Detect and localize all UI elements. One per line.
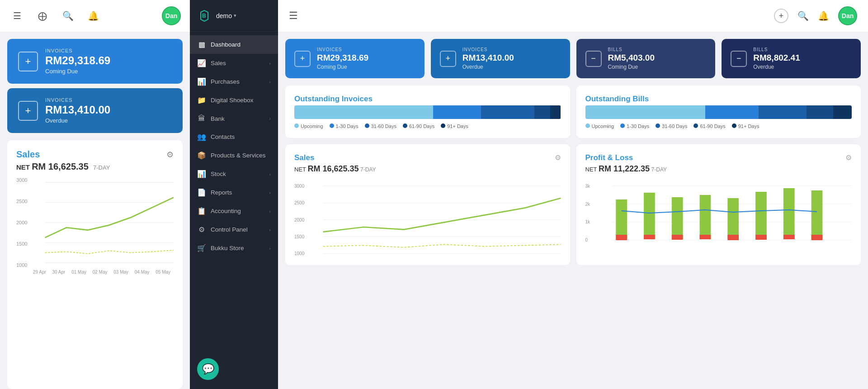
- sales-main-chart-area: 30002500200015001000: [294, 184, 561, 256]
- bar-segment-91-plus: [550, 105, 561, 119]
- sidebar-item-control-panel[interactable]: ⚙ Control Panel ›: [190, 220, 278, 239]
- main-topbar: ☰ + 🔍 🔔 Dan: [278, 0, 868, 32]
- profit-loss-chart-area: 3k2k1k0: [585, 184, 852, 242]
- card-amount: RM29,318.69: [45, 54, 110, 67]
- summary-card-invoices-coming-due[interactable]: + INVOICES RM29,318.69 Coming Due: [285, 39, 425, 78]
- sidebar-item-label: Products & Services: [211, 152, 271, 159]
- x-axis-labels: 29 Apr 30 Apr 01 May 02 May 03 May 04 Ma…: [16, 270, 174, 275]
- chevron-right-icon: ›: [269, 209, 271, 214]
- bar-segment-61-90: [807, 105, 833, 119]
- sidebar-item-purchases[interactable]: 📊 Purchases ›: [190, 72, 278, 91]
- sidebar-item-accounting[interactable]: 📋 Accounting ›: [190, 202, 278, 220]
- bar-segment-91-plus: [833, 105, 852, 119]
- minus-icon: −: [731, 51, 747, 67]
- sales-icon: 📈: [197, 59, 206, 67]
- card-sub: Overdue: [45, 117, 110, 124]
- avatar[interactable]: Dan: [162, 6, 181, 25]
- plus-icon: +: [18, 52, 38, 71]
- bar-segment-upcoming: [294, 105, 433, 119]
- chevron-right-icon: ›: [269, 61, 271, 66]
- sc-sub: Overdue: [462, 64, 514, 70]
- sidebar-item-reports[interactable]: 📄 Reports ›: [190, 183, 278, 202]
- left-sales-chart-area: 3000 2500 2000 1500 1000: [16, 177, 174, 268]
- net-period: 7-DAY: [651, 166, 667, 173]
- sidebar: B demo ▾ ▩ Dashboard 📈 Sales › 📊 Purchas…: [190, 0, 278, 389]
- chat-button[interactable]: 💬: [197, 358, 219, 380]
- outstanding-invoices-title: Outstanding Invoices: [294, 95, 561, 104]
- add-icon[interactable]: ⨁: [34, 8, 51, 24]
- sidebar-item-label: Digital Shoebox: [211, 97, 271, 104]
- chevron-right-icon: ›: [269, 246, 271, 251]
- settings-icon[interactable]: ⚙: [845, 153, 852, 162]
- left-topbar: ☰ ⨁ 🔍 🔔 Dan: [0, 0, 190, 32]
- summary-card-bills-coming-due[interactable]: − BILLS RM5,403.00 Coming Due: [576, 39, 716, 78]
- bar-segment-61-90: [534, 105, 550, 119]
- net-amount: RM 16,625.35: [32, 161, 89, 171]
- sidebar-item-sales[interactable]: 📈 Sales ›: [190, 54, 278, 72]
- card-amount: RM13,410.00: [45, 104, 110, 116]
- outstanding-bills-card: Outstanding Bills Upcoming 1-30 Days 31-…: [576, 85, 861, 138]
- purchases-icon: 📊: [197, 77, 206, 86]
- outstanding-bills-title: Outstanding Bills: [585, 95, 852, 104]
- svg-rect-24: [616, 235, 627, 240]
- invoice-card-coming-due[interactable]: + INVOICES RM29,318.69 Coming Due: [7, 39, 183, 84]
- invoice-card-overdue[interactable]: + INVOICES RM13,410.00 Overdue: [7, 88, 183, 133]
- bills-legend: Upcoming 1-30 Days 31-60 Days 61-90 Days…: [585, 123, 852, 129]
- svg-rect-31: [811, 235, 822, 240]
- minus-icon: −: [585, 51, 602, 67]
- sidebar-item-bukku-store[interactable]: 🛒 Bukku Store ›: [190, 239, 278, 257]
- summary-card-invoices-overdue[interactable]: + INVOICES RM13,410.00 Overdue: [431, 39, 570, 78]
- demo-dropdown[interactable]: demo ▾: [216, 12, 236, 19]
- net-amount: RM 11,222.35: [599, 164, 650, 173]
- bell-icon[interactable]: 🔔: [85, 8, 101, 24]
- sidebar-item-stock[interactable]: 📊 Stock ›: [190, 165, 278, 183]
- plus-icon: +: [18, 101, 38, 121]
- chevron-right-icon: ›: [269, 227, 271, 232]
- sidebar-item-label: Reports: [211, 189, 264, 196]
- sales-chart-title: Sales: [294, 153, 376, 162]
- reports-icon: 📄: [197, 188, 206, 197]
- avatar[interactable]: Dan: [838, 6, 857, 25]
- bar-segment-1-30: [705, 105, 759, 119]
- sidebar-item-dashboard[interactable]: ▩ Dashboard: [190, 35, 278, 54]
- search-icon[interactable]: 🔍: [60, 8, 76, 24]
- left-panel: ☰ ⨁ 🔍 🔔 Dan + INVOICES RM29,318.69 Comin…: [0, 0, 190, 389]
- settings-icon[interactable]: ⚙: [166, 150, 174, 160]
- net-label: NET: [294, 166, 306, 173]
- bell-icon[interactable]: 🔔: [818, 10, 829, 21]
- profit-loss-net: NET RM 11,222.35 7-DAY: [585, 164, 667, 174]
- hamburger-icon[interactable]: ☰: [289, 10, 298, 22]
- sidebar-item-label: Stock: [211, 171, 264, 177]
- settings-icon[interactable]: ⚙: [555, 153, 561, 162]
- svg-rect-27: [699, 235, 711, 239]
- sc-amount: RM8,802.41: [753, 53, 800, 63]
- sidebar-item-products-services[interactable]: 📦 Products & Services: [190, 146, 278, 165]
- stock-icon: 📊: [197, 170, 206, 178]
- outstanding-invoices-card: Outstanding Invoices Upcoming 1-30 Days …: [285, 85, 570, 138]
- summary-card-bills-overdue[interactable]: − BILLS RM8,802.41 Overdue: [722, 39, 861, 78]
- profit-loss-title: Profit & Loss: [585, 153, 667, 162]
- sales-chart-net: NET RM 16,625.35 7-DAY: [16, 161, 174, 172]
- sidebar-item-bank[interactable]: 🏛 Bank ›: [190, 109, 278, 128]
- sales-chart-net: NET RM 16,625.35 7-DAY: [294, 164, 376, 174]
- shoebox-icon: 📁: [197, 96, 206, 104]
- plus-icon: +: [294, 51, 311, 67]
- net-label: NET: [16, 163, 30, 171]
- svg-rect-17: [644, 193, 655, 239]
- bar-segment-31-60: [481, 105, 534, 119]
- sidebar-item-contacts[interactable]: 👥 Contacts: [190, 128, 278, 146]
- search-icon[interactable]: 🔍: [797, 10, 809, 21]
- chevron-right-icon: ›: [269, 116, 271, 121]
- hamburger-icon[interactable]: ☰: [9, 8, 25, 24]
- sidebar-item-digital-shoebox[interactable]: 📁 Digital Shoebox: [190, 91, 278, 109]
- svg-rect-18: [671, 197, 683, 239]
- store-icon: 🛒: [197, 244, 206, 252]
- add-icon[interactable]: +: [774, 9, 788, 23]
- svg-rect-26: [671, 235, 683, 240]
- svg-rect-16: [616, 199, 627, 239]
- sc-sub: Coming Due: [608, 64, 655, 70]
- sc-sub: Coming Due: [317, 64, 368, 70]
- svg-rect-20: [727, 198, 739, 239]
- sc-label: BILLS: [753, 47, 800, 52]
- chevron-down-icon: ▾: [234, 13, 236, 19]
